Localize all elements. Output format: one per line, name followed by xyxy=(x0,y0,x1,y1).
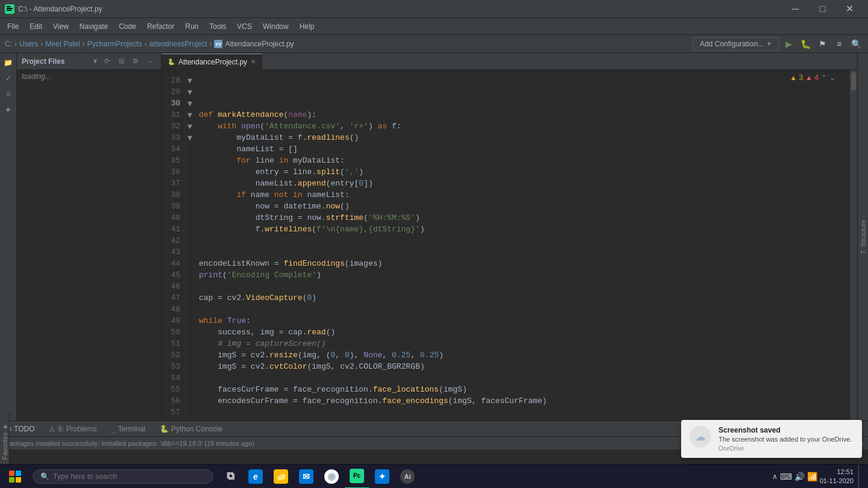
menu-run[interactable]: Run xyxy=(180,20,203,33)
tabs-bar: 🐍 AttendanceProject.py ✕ xyxy=(162,53,857,70)
mail-icon: ✉ xyxy=(299,469,313,484)
breadcrumb-c[interactable]: C: xyxy=(5,40,12,48)
commit-icon[interactable]: ✓ xyxy=(1,71,16,86)
taskbar-mail[interactable]: ✉ xyxy=(294,465,318,489)
structure-icon[interactable]: ≡ xyxy=(1,87,16,101)
toast-title: Screenshot saved xyxy=(719,426,854,434)
explorer-icon: 📁 xyxy=(274,469,288,484)
python-file-icon: py xyxy=(214,40,222,48)
vertical-scrollbar[interactable] xyxy=(850,70,857,421)
chrome-icon: ◉ xyxy=(324,469,339,484)
tab-problems[interactable]: ⚠ 6: Problems xyxy=(44,423,101,435)
favorites-tab[interactable]: 2: Favorites ★ xyxy=(0,421,10,470)
tab-attendance-project[interactable]: 🐍 AttendanceProject.py ✕ xyxy=(162,54,262,69)
taskbar-search[interactable]: 🔍 xyxy=(33,469,213,484)
taskbar: 🔍 ⧉ e 📁 ✉ ◉ Pc ✦ Ai ∧ ⌨ 🔊 📶 xyxy=(0,464,868,488)
warnings-bar: ▲ 3 ▲ 4 ⌃ ⌄ xyxy=(785,71,840,84)
taskbar-ai[interactable]: Ai xyxy=(395,465,420,489)
collapse-all-button[interactable]: ⊟ xyxy=(115,55,127,67)
warning-count: ▲ 3 xyxy=(790,74,803,82)
title-bar-left: C:\ - AttendanceProject.py xyxy=(5,4,102,14)
code-editor[interactable]: ▲ 3 ▲ 4 ⌃ ⌄ 28 29 30 31 32 33 34 35 36 3… xyxy=(162,70,857,421)
menu-tools[interactable]: Tools xyxy=(204,20,231,33)
add-configuration-button[interactable]: Add Configuration... ▼ xyxy=(693,37,779,51)
breadcrumb-bar: C: › Users › Meet Patel › PycharmProject… xyxy=(0,35,868,53)
favorites-sidebar: 2: Favorites ★ xyxy=(0,412,10,472)
menu-bar: File Edit View Navigate Code Refactor Ru… xyxy=(0,18,868,35)
pycharm-taskbar-icon: Pc xyxy=(350,469,364,483)
menu-window[interactable]: Window xyxy=(258,20,294,33)
toast-message: The screenshot was added to your OneDriv… xyxy=(719,436,854,443)
structure-panel: 7: Structure xyxy=(857,53,868,421)
show-desktop-button[interactable] xyxy=(858,465,863,489)
menu-view[interactable]: View xyxy=(48,20,74,33)
menu-file[interactable]: File xyxy=(2,20,24,33)
taskbar-explorer[interactable]: 📁 xyxy=(269,465,293,489)
menu-vcs[interactable]: VCS xyxy=(232,20,257,33)
toast-notification: ☁ Screenshot saved The screenshot was ad… xyxy=(681,420,862,458)
project-icon[interactable]: 📁 xyxy=(1,55,16,70)
breadcrumb-users[interactable]: Users xyxy=(19,40,38,48)
menu-refactor[interactable]: Refactor xyxy=(142,20,179,33)
start-button[interactable] xyxy=(0,465,30,489)
keyboard-icon[interactable]: ⌨ xyxy=(780,472,792,481)
structure-tab[interactable]: 7: Structure xyxy=(858,215,868,259)
fold-gutter: ▼ ▼ ▼ ▼ ▼ xyxy=(186,70,194,421)
toast-app-name: OneDrive xyxy=(719,445,854,452)
toast-icon: ☁ xyxy=(690,426,711,448)
debug-button[interactable]: 🐛 xyxy=(798,37,813,51)
close-button[interactable]: ✕ xyxy=(836,0,863,18)
menu-navigate[interactable]: Navigate xyxy=(75,20,113,33)
tab-terminal[interactable]: _ Terminal xyxy=(107,423,151,435)
search-everywhere-button[interactable]: 🔍 xyxy=(849,37,863,51)
toast-body: Screenshot saved The screenshot was adde… xyxy=(719,426,854,452)
tab-python-console[interactable]: 🐍 Python Console xyxy=(155,423,227,435)
taskbar-chrome[interactable]: ◉ xyxy=(319,465,344,489)
coverage-button[interactable]: ⚑ xyxy=(815,37,829,51)
windows-logo-icon xyxy=(9,471,21,483)
breadcrumb-meet-patel[interactable]: Meet Patel xyxy=(45,40,80,48)
svg-rect-1 xyxy=(7,6,10,7)
taskbar-apps: ⧉ e 📁 ✉ ◉ Pc ✦ Ai xyxy=(218,465,420,489)
show-hidden-icons[interactable]: ∧ xyxy=(772,472,778,481)
run-button[interactable]: ▶ xyxy=(781,37,796,51)
window-title: C:\ - AttendanceProject.py xyxy=(18,5,102,13)
maximize-button[interactable]: □ xyxy=(809,0,836,18)
taskbar-task-view[interactable]: ⧉ xyxy=(218,465,242,489)
project-files-title: Project Files xyxy=(22,57,90,66)
vscode-icon: ✦ xyxy=(375,469,389,484)
hide-panel-button[interactable]: ─ xyxy=(144,55,156,67)
search-input[interactable] xyxy=(53,472,198,481)
volume-icon[interactable]: 🔊 xyxy=(794,472,805,481)
menu-code[interactable]: Code xyxy=(114,20,141,33)
tab-close-button[interactable]: ✕ xyxy=(251,58,256,65)
ai-icon: Ai xyxy=(400,469,415,484)
taskbar-pycharm[interactable]: Pc xyxy=(345,465,369,489)
bookmarks-icon[interactable]: ★ xyxy=(1,102,16,117)
code-content[interactable]: def markAttendance(name): with open('Att… xyxy=(194,70,857,421)
sync-button[interactable]: ⟳ xyxy=(101,55,113,67)
system-clock[interactable]: 12:51 01-11-2020 xyxy=(820,468,854,485)
minimize-button[interactable]: ─ xyxy=(782,0,809,18)
loading-text: loading... xyxy=(19,70,54,83)
main-layout: 📁 ✓ ≡ ★ Project Files ▼ ⟳ ⊟ ⚙ ─ loading.… xyxy=(0,53,868,421)
file-panel: Project Files ▼ ⟳ ⊟ ⚙ ─ loading... 2: Fa… xyxy=(17,53,162,421)
status-message: Packages installed successfully: Install… xyxy=(5,440,706,447)
gear-button[interactable]: ⚙ xyxy=(130,55,142,67)
task-view-icon: ⧉ xyxy=(223,469,237,484)
breadcrumb-file: py AttendanceProject.py xyxy=(214,40,294,48)
edge-icon: e xyxy=(248,469,263,484)
taskbar-vscode[interactable]: ✦ xyxy=(370,465,394,489)
file-panel-header: Project Files ▼ ⟳ ⊟ ⚙ ─ xyxy=(17,53,161,70)
line-numbers: 28 29 30 31 32 33 34 35 36 37 38 39 40 4… xyxy=(162,70,186,421)
breadcrumb-attendnessproject[interactable]: attendnessProject xyxy=(149,40,207,48)
title-bar: C:\ - AttendanceProject.py ─ □ ✕ xyxy=(0,0,868,18)
profile-button[interactable]: ≡ xyxy=(832,37,846,51)
menu-edit[interactable]: Edit xyxy=(25,20,47,33)
menu-help[interactable]: Help xyxy=(295,20,319,33)
network-icon[interactable]: 📶 xyxy=(807,472,817,481)
taskbar-edge[interactable]: e xyxy=(244,465,268,489)
breadcrumb-pycharmprojects[interactable]: PycharmProjects xyxy=(87,40,142,48)
code-area: 🐍 AttendanceProject.py ✕ ▲ 3 ▲ 4 ⌃ ⌄ 28 … xyxy=(162,53,857,421)
svg-rect-2 xyxy=(7,8,13,9)
